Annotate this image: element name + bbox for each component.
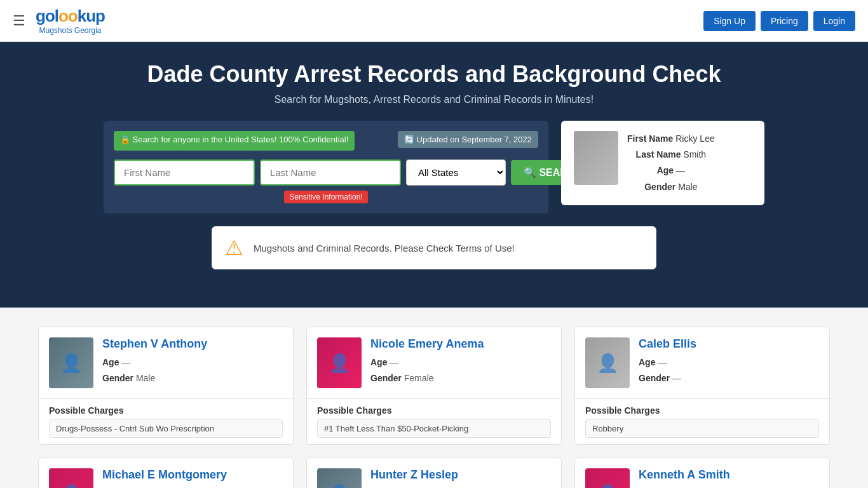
- person-info: Age 46 Gender Male: [639, 485, 730, 488]
- logo-subtitle: Mugshots Georgia: [36, 26, 105, 35]
- hero-subtitle: Search for Mugshots, Arrest Records and …: [13, 94, 855, 105]
- header-buttons: Sign Up Pricing Login: [703, 11, 855, 31]
- person-card-top: 👤 Nicole Emery Anema Age — Gender Female: [307, 327, 561, 398]
- login-button[interactable]: Login: [813, 11, 855, 31]
- person-card[interactable]: 👤 Kenneth A Smith Age 46 Gender Male: [574, 458, 830, 488]
- search-banners: 🔒 Search for anyone in the United States…: [114, 131, 538, 153]
- charges-title: Possible Charges: [49, 405, 283, 416]
- person-name: Caleb Ellis: [639, 337, 696, 351]
- person-name: Michael E Montgomery: [102, 468, 227, 482]
- sample-age: Age —: [627, 163, 715, 179]
- person-card[interactable]: 👤 Michael E Montgomery Age — Gender —: [38, 458, 294, 488]
- person-card-top: 👤 Stephen V Anthony Age — Gender Male: [39, 327, 293, 398]
- first-name-input[interactable]: [114, 159, 255, 186]
- person-details: Kenneth A Smith Age 46 Gender Male: [639, 468, 730, 488]
- sample-info: First Name Ricky Lee Last Name Smith Age…: [627, 131, 715, 195]
- person-name: Hunter Z Heslep: [370, 468, 458, 482]
- charges-title: Possible Charges: [317, 405, 551, 416]
- person-card-top: 👤 Kenneth A Smith Age 46 Gender Male: [575, 458, 829, 488]
- confidential-banner: 🔒 Search for anyone in the United States…: [114, 131, 355, 151]
- search-inputs: All States AlabamaAlaskaArizona Arkansas…: [114, 159, 538, 186]
- person-details: Caleb Ellis Age — Gender —: [639, 337, 696, 386]
- charges-section: Possible Charges Drugs-Possess - Cntrl S…: [39, 398, 293, 444]
- person-card-top: 👤 Hunter Z Heslep Age — Gender Male: [307, 458, 561, 488]
- alert-text: Mugshots and Criminal Records. Please Ch…: [254, 243, 515, 254]
- alert-bar: ⚠ Mugshots and Criminal Records. Please …: [212, 226, 656, 269]
- person-card[interactable]: 👤 Nicole Emery Anema Age — Gender Female…: [306, 327, 562, 445]
- charges-title: Possible Charges: [585, 405, 819, 416]
- charge-item: Drugs-Possess - Cntrl Sub Wo Prescriptio…: [49, 419, 283, 438]
- state-select[interactable]: All States AlabamaAlaskaArizona Arkansas…: [406, 159, 506, 186]
- charge-item: #1 Theft Less Than $50-Pocket-Picking: [317, 419, 551, 438]
- main-content: 👤 Stephen V Anthony Age — Gender Male Po…: [0, 308, 868, 488]
- person-avatar: 👤: [585, 337, 630, 388]
- updated-banner: 🔄 Updated on September 7, 2022: [398, 131, 538, 148]
- charges-section: Possible Charges #1 Theft Less Than $50-…: [307, 398, 561, 444]
- person-card-top: 👤 Michael E Montgomery Age — Gender —: [39, 458, 293, 488]
- sample-result-card: First Name Ricky Lee Last Name Smith Age…: [561, 121, 764, 205]
- sample-first-name: First Name Ricky Lee: [627, 131, 715, 147]
- person-name: Kenneth A Smith: [639, 468, 730, 482]
- sample-avatar: [574, 131, 618, 185]
- charges-section: Possible Charges Robbery: [575, 398, 829, 444]
- alert-icon: ⚠: [225, 236, 243, 260]
- last-name-input[interactable]: [260, 159, 401, 186]
- logo[interactable]: golookup Mugshots Georgia: [36, 6, 105, 35]
- sample-last-name: Last Name Smith: [627, 147, 715, 163]
- person-avatar: 👤: [585, 468, 630, 488]
- site-header: ☰ golookup Mugshots Georgia Sign Up Pric…: [0, 0, 868, 42]
- sample-gender: Gender Male: [627, 179, 715, 195]
- person-info: Age — Gender —: [639, 355, 696, 386]
- person-card-top: 👤 Caleb Ellis Age — Gender —: [575, 327, 829, 398]
- pricing-button[interactable]: Pricing: [761, 11, 808, 31]
- person-card[interactable]: 👤 Hunter Z Heslep Age — Gender Male: [306, 458, 562, 488]
- person-info: Age — Gender Female: [370, 355, 484, 386]
- person-details: Stephen V Anthony Age — Gender Male: [102, 337, 207, 386]
- charge-item: Robbery: [585, 419, 819, 438]
- person-info: Age — Gender Male: [102, 355, 207, 386]
- person-avatar: 👤: [317, 468, 362, 488]
- person-card[interactable]: 👤 Stephen V Anthony Age — Gender Male Po…: [38, 327, 294, 445]
- person-name: Nicole Emery Anema: [370, 337, 484, 351]
- logo-text: golookup: [36, 6, 105, 26]
- header-left: ☰ golookup Mugshots Georgia: [13, 6, 105, 35]
- hamburger-icon[interactable]: ☰: [13, 13, 25, 29]
- person-avatar: 👤: [49, 468, 93, 488]
- search-box: 🔒 Search for anyone in the United States…: [104, 121, 548, 214]
- search-container: 🔒 Search for anyone in the United States…: [13, 121, 855, 214]
- sensitive-label: Sensitive Information!: [284, 191, 367, 203]
- person-avatar: 👤: [49, 337, 93, 388]
- person-details: Michael E Montgomery Age — Gender —: [102, 468, 227, 488]
- person-info: Age — Gender —: [102, 485, 227, 488]
- signup-button[interactable]: Sign Up: [703, 11, 756, 31]
- person-name: Stephen V Anthony: [102, 337, 207, 351]
- person-details: Hunter Z Heslep Age — Gender Male: [370, 468, 458, 488]
- person-info: Age — Gender Male: [370, 485, 458, 488]
- person-card[interactable]: 👤 Caleb Ellis Age — Gender — Possible Ch…: [574, 327, 830, 445]
- hero-section: Dade County Arrest Records and Backgroun…: [0, 42, 868, 308]
- page-title: Dade County Arrest Records and Backgroun…: [13, 61, 855, 88]
- persons-grid: 👤 Stephen V Anthony Age — Gender Male Po…: [38, 327, 830, 488]
- person-avatar: 👤: [317, 337, 362, 388]
- person-details: Nicole Emery Anema Age — Gender Female: [370, 337, 484, 386]
